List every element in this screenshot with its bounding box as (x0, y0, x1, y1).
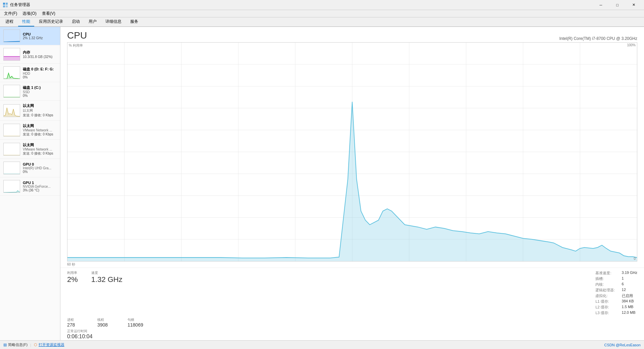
sidebar-gpu1-name: GPU 1 (23, 181, 57, 185)
sidebar-disk1-value: 0% (23, 94, 57, 98)
sidebar-item-disk0[interactable]: 磁盘 0 (D: E: F: G: HDD 0% (0, 64, 60, 82)
rs-label-4: 虚拟化: (595, 293, 615, 298)
tab-users[interactable]: 用户 (85, 17, 101, 26)
stats-row-1: 利用率 2% 速度 1.32 GHz 基准速度: 3.19 GHz 插槽: 1 … (60, 268, 644, 317)
sidebar-info-disk0: 磁盘 0 (D: E: F: G: HDD 0% (23, 67, 57, 79)
sidebar-net1-value: 发送: 0 接收: 0 Kbps (23, 113, 57, 118)
tab-app-history[interactable]: 应用历史记录 (35, 17, 67, 26)
sidebar-thumb-gpu1 (3, 180, 20, 193)
rs-label-7: L3 缓存: (595, 310, 615, 315)
stat-threads: 线程 3908 (97, 317, 117, 328)
sidebar-net2-name: 以太网 (23, 123, 57, 128)
sidebar-disk0-value: 0% (23, 75, 57, 79)
main-content: CPU 2% 1.32 GHz 内存 10.3/31.8 GB (32%) (0, 27, 644, 340)
stat-processes: 进程 278 (67, 317, 87, 328)
rs-value-0: 3.19 GHz (622, 271, 637, 276)
sidebar-item-memory[interactable]: 内存 10.3/31.8 GB (32%) (0, 45, 60, 64)
menu-view[interactable]: 查看(V) (39, 10, 58, 17)
sidebar-info-net3: 以太网 VMware Network ... 发送: 0 接收: 0 Kbps (23, 142, 57, 156)
sidebar-item-cpu[interactable]: CPU 2% 1.32 GHz (0, 27, 60, 45)
menu-options[interactable]: 选项(O) (20, 10, 39, 17)
sidebar-cpu-name: CPU (23, 32, 57, 36)
tab-bar: 进程 性能 应用历史记录 启动 用户 详细信息 服务 (0, 17, 644, 27)
detail-title: CPU (67, 30, 87, 41)
chart-time-left: 60 秒 (67, 262, 75, 267)
stat-threads-value: 3908 (97, 322, 117, 328)
tab-services[interactable]: 服务 (126, 17, 142, 26)
sidebar-gpu0-name: GPU 0 (23, 162, 57, 166)
sidebar-thumb-disk1 (3, 85, 20, 98)
sidebar-disk1-type: SSD (23, 90, 57, 94)
sidebar-item-disk1[interactable]: 磁盘 1 (C:) SSD 0% (0, 82, 60, 101)
minimize-button[interactable]: ─ (593, 0, 608, 10)
sidebar-disk0-type: HDD (23, 72, 57, 75)
stat-utilization: 利用率 2% (67, 271, 78, 315)
chart-time-labels: 60 秒 (60, 261, 644, 268)
stat-threads-label: 线程 (97, 317, 117, 322)
maximize-button[interactable]: □ (610, 0, 625, 10)
sidebar-memory-name: 内存 (23, 50, 57, 55)
sidebar-info-disk1: 磁盘 1 (C:) SSD 0% (23, 85, 57, 98)
stat-processes-value: 278 (67, 322, 87, 328)
watermark: CSDN @ReLesEason (604, 343, 641, 347)
rs-value-2: 6 (622, 282, 637, 287)
tab-details[interactable]: 详细信息 (101, 17, 126, 26)
tab-startup[interactable]: 启动 (68, 17, 84, 26)
sidebar-thumb-disk0 (3, 66, 20, 79)
stat-handles-label: 句柄 (128, 317, 148, 322)
rs-label-6: L2 缓存: (595, 305, 615, 310)
rs-label-5: L1 缓存: (595, 299, 615, 304)
sidebar-net2-type: VMware Network ... (23, 128, 57, 132)
brief-info-icon: ▤ (3, 343, 7, 347)
sidebar-thumb-cpu (3, 30, 20, 42)
stat-speed-value: 1.32 GHz (91, 275, 122, 284)
title-bar: 任务管理器 ─ □ ✕ (0, 0, 644, 10)
chart-y-zero: 0 (634, 257, 636, 260)
sidebar-disk0-name: 磁盘 0 (D: E: F: G: (23, 67, 57, 72)
sidebar-net3-name: 以太网 (23, 142, 57, 148)
sidebar-item-net2[interactable]: 以太网 VMware Network ... 发送: 0 接收: 0 Kbps (0, 121, 60, 140)
sidebar-memory-value: 10.3/31.8 GB (32%) (23, 55, 57, 59)
stat-speed-label: 速度 (91, 271, 122, 275)
sidebar-item-net3[interactable]: 以太网 VMware Network ... 发送: 0 接收: 0 Kbps (0, 140, 60, 159)
rs-value-1: 1 (622, 276, 637, 281)
close-button[interactable]: ✕ (626, 0, 641, 10)
right-stats: 基准速度: 3.19 GHz 插槽: 1 内核: 6 逻辑处理器: 12 虚拟化… (595, 271, 637, 315)
rs-value-3: 12 (622, 288, 637, 293)
sidebar-gpu0-value: 0% (23, 170, 57, 174)
stat-processes-label: 进程 (67, 317, 87, 322)
sidebar-gpu0-type: Intel(R) UHD Gra... (23, 166, 57, 170)
divider: | (30, 343, 31, 347)
sidebar-info-net1: 以太网 以太网 发送: 0 接收: 0 Kbps (23, 103, 57, 118)
sidebar-thumb-gpu0 (3, 162, 20, 174)
svg-rect-2 (3, 5, 5, 7)
uptime-label: 正常运行时间 (67, 329, 637, 334)
rs-value-7: 12.0 MB (622, 310, 637, 315)
sidebar-net3-type: VMware Network ... (23, 148, 57, 151)
bottom-bar: ▤ 简略信息(F) | ⬡ 打开资源监视器 CSDN @ReLesEason (0, 340, 644, 349)
window-controls: ─ □ ✕ (593, 0, 641, 10)
rs-label-3: 逻辑处理器: (595, 288, 615, 293)
sidebar-gpu1-type: NVIDIA GeForce... (23, 185, 57, 188)
tab-performance[interactable]: 性能 (18, 17, 34, 26)
sidebar-thumb-net1 (3, 104, 20, 117)
sidebar-thumb-memory (3, 48, 20, 61)
sidebar-thumb-net2 (3, 124, 20, 136)
sidebar-net2-value: 发送: 0 接收: 0 Kbps (23, 132, 57, 137)
menu-file[interactable]: 文件(F) (1, 10, 20, 17)
stats-row-2: 进程 278 线程 3908 句柄 118069 (60, 317, 644, 328)
stat-speed: 速度 1.32 GHz (91, 271, 122, 315)
detail-header: CPU Intel(R) Core(TM) i7-8700 CPU @ 3.20… (60, 27, 644, 42)
open-monitor-link[interactable]: 打开资源监视器 (39, 342, 64, 347)
svg-rect-5 (4, 56, 20, 60)
stat-handles: 句柄 118069 (128, 317, 148, 328)
rs-value-5: 384 KB (622, 299, 637, 304)
sidebar-item-net1[interactable]: 以太网 以太网 发送: 0 接收: 0 Kbps (0, 101, 60, 121)
sidebar-info-gpu0: GPU 0 Intel(R) UHD Gra... 0% (23, 162, 57, 174)
brief-info-label[interactable]: 简略信息(F) (8, 342, 28, 347)
sidebar-item-gpu0[interactable]: GPU 0 Intel(R) UHD Gra... 0% (0, 159, 60, 177)
sidebar-item-gpu1[interactable]: GPU 1 NVIDIA GeForce... 3% (36 °C) (0, 177, 60, 196)
tab-process[interactable]: 进程 (1, 17, 17, 26)
menu-bar: 文件(F) 选项(O) 查看(V) (0, 10, 644, 17)
sidebar-thumb-net3 (3, 143, 20, 156)
